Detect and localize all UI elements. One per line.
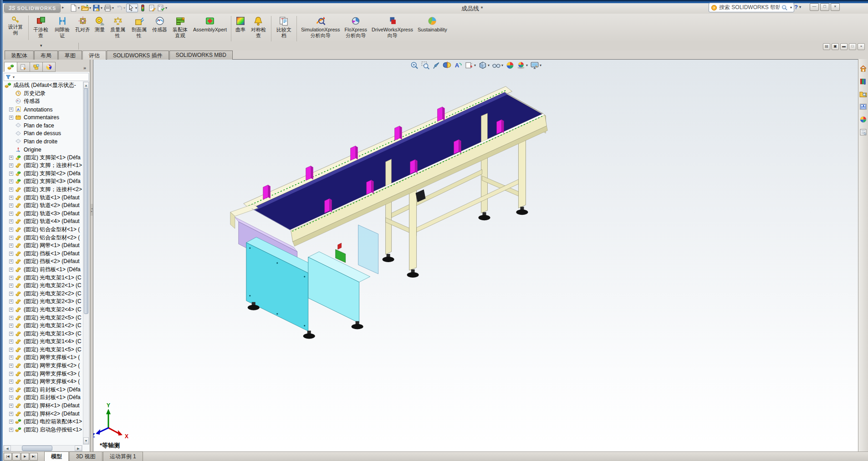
tab-nav-button[interactable]: ◀ [12, 453, 20, 461]
scroll-thumb[interactable] [84, 88, 88, 314]
expand-toggle[interactable]: + [9, 348, 13, 352]
zoom-fit-button[interactable] [410, 61, 419, 70]
dropdown-arrow[interactable]: ▾ [78, 6, 80, 10]
help-button[interactable]: ?▾ [794, 4, 801, 10]
expand-toggle[interactable]: + [9, 212, 13, 216]
tree-item[interactable]: Plan de dessus [4, 130, 82, 138]
zoom-area-button[interactable] [421, 61, 429, 70]
ribbon-tool-mass-properties[interactable]: 质量属性 [107, 15, 128, 40]
dropdown-arrow[interactable]: ▾ [488, 63, 490, 67]
expand-toggle[interactable]: + [9, 243, 13, 248]
tab-SOLIDWORKS 插件[interactable]: SOLIDWORKS 插件 [107, 51, 169, 60]
new-document-button[interactable]: ▾ [69, 4, 80, 12]
custom-properties-tab[interactable] [859, 128, 868, 137]
tree-item[interactable]: +(固定) 光电支架1<5> (C [4, 346, 82, 354]
ribbon-tool-simulationxpress[interactable]: SimulationXpress 分析向导 [299, 15, 342, 40]
tree-vertical-scrollbar[interactable]: ▲ ▼ [83, 81, 89, 445]
expand-toggle[interactable]: + [9, 339, 13, 344]
tree-item[interactable]: +(固定) 挡板<1> (Défaut [4, 249, 82, 258]
tree-item[interactable]: +(固定) 光电支架2<5> (C [4, 314, 82, 322]
tree-item[interactable]: +(固定) 网带支撑板<4> ( [4, 378, 82, 386]
propertymanager-tab[interactable] [17, 62, 30, 72]
expand-toggle[interactable]: + [9, 236, 13, 240]
rebuild-traffic-light-button[interactable] [138, 4, 147, 12]
tree-item[interactable]: +(固定) 光电支架2<2> (C [4, 289, 82, 298]
expand-toggle[interactable]: + [9, 276, 13, 280]
tree-item[interactable]: +(固定) 前挡板<1> (Défa [4, 266, 82, 274]
scroll-thumb[interactable] [22, 446, 52, 451]
ribbon-tool-interference-detection[interactable]: 干涉检查 [30, 15, 51, 40]
expand-toggle[interactable]: + [9, 292, 13, 296]
expand-toggle[interactable]: + [9, 259, 13, 263]
ribbon-tool-driveworksxpress[interactable]: DriveWorksXpress 向导 [369, 15, 415, 40]
expand-toggle[interactable]: + [9, 412, 13, 416]
hide-show-items-button[interactable]: ▾ [492, 61, 503, 70]
resources-home-tab[interactable] [859, 65, 868, 73]
expand-toggle[interactable]: + [9, 228, 13, 232]
scroll-left-arrow[interactable]: ◀ [4, 446, 11, 451]
mdi-tile-button[interactable]: ▣ [832, 43, 839, 50]
expand-toggle[interactable]: + [9, 107, 13, 111]
expand-toggle[interactable]: + [9, 332, 13, 336]
tree-item[interactable]: +(固定) 光电支架1<4> (C [4, 338, 82, 346]
ribbon-tool-sensor[interactable]: 传感器 [150, 15, 169, 34]
options-list-button[interactable]: ▾ [157, 4, 168, 12]
view-settings-button[interactable]: ▾ [530, 61, 541, 70]
tree-item[interactable]: +(固定) 支脚；连接杆<2> [4, 186, 82, 194]
tree-item[interactable]: +Commentaires [4, 113, 82, 122]
tree-item[interactable]: +(固定) 铝合金型材<1> ( [4, 226, 82, 234]
expand-toggle[interactable]: + [9, 252, 13, 256]
tree-item[interactable]: Plan de face [4, 122, 82, 130]
expand-toggle[interactable]: + [9, 316, 13, 320]
tree-item[interactable]: +(固定) 支脚；连接杆<1> [4, 162, 82, 170]
tree-item[interactable]: +(固定) 光电支架2<3> (C [4, 298, 82, 306]
expand-toggle[interactable]: + [9, 163, 13, 167]
expand-toggle[interactable]: + [9, 179, 13, 183]
expand-toggle[interactable]: + [9, 172, 13, 176]
expand-toggle[interactable]: + [9, 299, 13, 304]
expand-toggle[interactable]: + [9, 364, 13, 368]
file-explorer-tab[interactable] [859, 90, 868, 98]
ribbon-tool-section-properties[interactable]: 剖面属性 [128, 15, 150, 40]
dropdown-arrow[interactable]: ▾ [89, 6, 91, 10]
tree-item[interactable]: +(固定) 光电支架1<3> (C [4, 329, 82, 338]
expand-toggle[interactable]: + [9, 420, 13, 424]
tree-item[interactable]: 传感器 [4, 97, 82, 106]
dropdown-arrow[interactable]: ▾ [501, 63, 503, 67]
search-dropdown-arrow[interactable]: ▾ [790, 5, 792, 10]
previous-view-button[interactable] [432, 61, 440, 70]
expand-toggle[interactable]: + [9, 395, 13, 400]
minimize-button[interactable]: — [810, 3, 819, 11]
ribbon-tool-curvature[interactable]: 曲率 [233, 15, 248, 34]
design-library-tab[interactable] [859, 77, 868, 86]
tree-item[interactable]: +(固定) 轨道<3> (Défaut [4, 210, 82, 218]
annotation-views-button[interactable]: A [454, 61, 462, 70]
dropdown-arrow[interactable]: ▾ [474, 63, 476, 67]
dropdown-arrow[interactable]: ▾ [123, 6, 125, 10]
tree-item[interactable]: +(固定) 光电支架2<1> (C [4, 282, 82, 290]
tree-item[interactable]: Plan de droite [4, 137, 82, 146]
ribbon-tool-sustainability[interactable]: Sustainability [415, 15, 449, 34]
expand-toggle[interactable]: + [9, 380, 13, 384]
tab-评估[interactable]: 评估 [82, 51, 106, 60]
ribbon-tool-clearance-verification[interactable]: 间隙验证 [51, 15, 73, 40]
tab-3D 视图[interactable]: 3D 视图 [69, 451, 102, 461]
tree-item[interactable]: +(固定) 光电支架2<4> (C [4, 306, 82, 314]
expand-toggle[interactable]: + [9, 116, 13, 120]
tab-SOLIDWORKS MBD[interactable]: SOLIDWORKS MBD [169, 51, 233, 60]
tab-运动算例 1[interactable]: 运动算例 1 [103, 451, 143, 461]
tree-item[interactable]: +(固定) 网带支撑板<2> ( [4, 362, 82, 370]
tree-item[interactable]: +(固定) 脚杯<2> (Défaut [4, 410, 82, 418]
tree-item[interactable]: +(固定) 电控箱装配体<1> [4, 418, 82, 426]
tree-item[interactable]: +(固定) 光电支架1<2> (C [4, 322, 82, 330]
expand-toggle[interactable]: + [9, 187, 13, 192]
expand-toggle[interactable]: + [9, 388, 13, 392]
panel-tabs-overflow[interactable]: » [83, 65, 86, 72]
mdi-cascade-button[interactable]: ▤ [823, 43, 830, 50]
graphics-viewport[interactable]: Y X Z A▾▾▾▾▾ *等轴测 [93, 59, 858, 452]
search-icon[interactable] [781, 5, 788, 11]
dropdown-arrow[interactable]: ▾ [112, 6, 114, 10]
design-study-button[interactable]: 设计算例 [5, 15, 26, 42]
tab-nav-button[interactable]: |◀ [4, 453, 12, 461]
expand-toggle[interactable]: + [9, 308, 13, 312]
